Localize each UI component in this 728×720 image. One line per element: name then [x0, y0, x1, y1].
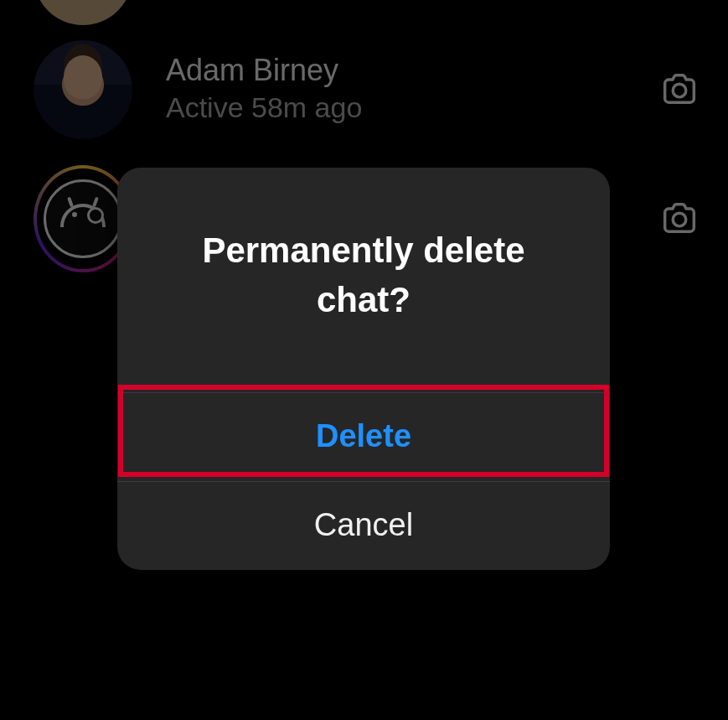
delete-chat-dialog: Permanently delete chat? Delete Cancel [117, 168, 610, 570]
delete-button[interactable]: Delete [117, 393, 610, 481]
cancel-button[interactable]: Cancel [117, 482, 610, 570]
dialog-title: Permanently delete chat? [117, 168, 610, 392]
